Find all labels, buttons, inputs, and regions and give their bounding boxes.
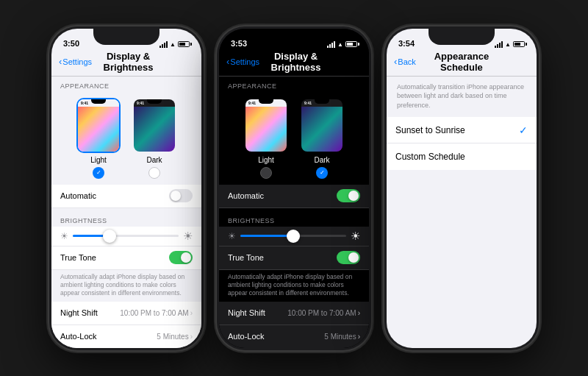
true-tone-toggle-1[interactable]: [169, 251, 193, 264]
true-tone-desc-2: Automatically adapt iPhone display based…: [219, 270, 369, 302]
brightness-track-2: [240, 235, 346, 237]
dark-label-1: Dark: [146, 156, 162, 164]
back-chevron-3: ‹: [394, 57, 397, 66]
auto-lock-label-2: Auto-Lock: [228, 332, 324, 341]
brightness-row-1[interactable]: ☀ ☀: [51, 227, 201, 246]
light-theme-option-1[interactable]: 9:41 Light ✓: [76, 98, 121, 179]
brightness-high-icon-2: ☀: [351, 230, 360, 243]
dark-check-2: ✓: [316, 167, 328, 179]
battery-icon-3: [513, 41, 525, 47]
light-label-2: Light: [258, 156, 274, 164]
brightness-low-icon-2: ☀: [228, 231, 236, 241]
sunset-label: Sunset to Sunrise: [395, 125, 519, 135]
brightness-low-icon-1: ☀: [60, 231, 68, 241]
screen-1: 3:50 ▲: [51, 29, 201, 348]
automatic-label-2: Automatic: [228, 191, 337, 200]
appearance-row-2: 9:41 Light 9:: [219, 92, 369, 185]
status-time-2: 3:53: [231, 39, 247, 48]
brightness-high-icon-1: ☀: [183, 230, 193, 243]
night-shift-row-1[interactable]: Night Shift 10:00 PM to 7:00 AM ›: [51, 302, 201, 325]
custom-schedule-option[interactable]: Custom Schedule: [387, 143, 537, 170]
notch-2: [261, 29, 327, 45]
dark-label-2: Dark: [314, 156, 329, 164]
signal-icon-3: [495, 41, 503, 48]
dark-preview-2: 9:41: [300, 98, 344, 153]
back-label-2: Settings: [230, 57, 259, 66]
auto-lock-row-2[interactable]: Auto-Lock 5 Minutes ›: [219, 325, 369, 348]
battery-icon-1: [178, 41, 190, 47]
nav-bar-3: ‹ Back Appearance Schedule: [387, 49, 537, 77]
automatic-label-1: Automatic: [60, 191, 169, 200]
night-shift-chevron-1: ›: [190, 309, 193, 317]
true-tone-row-2: True Tone: [219, 246, 369, 270]
back-chevron-1: ‹: [59, 57, 62, 66]
true-tone-row-1: True Tone: [51, 246, 201, 270]
nav-bar-1: ‹ Settings Display & Brightness: [51, 49, 201, 77]
auto-lock-row-1[interactable]: Auto-Lock 5 Minutes ›: [51, 325, 201, 348]
brightness-label-2: BRIGHTNESS: [219, 211, 369, 227]
phone-3: 3:54 ▲: [384, 26, 539, 350]
night-shift-label-1: Night Shift: [60, 308, 120, 317]
true-tone-label-1: True Tone: [60, 253, 169, 262]
nav-title-3: Appearance Schedule: [416, 51, 507, 73]
auto-lock-value-2: 5 Minutes: [324, 333, 356, 341]
automatic-toggle-2[interactable]: [337, 189, 360, 202]
night-shift-label-2: Night Shift: [228, 308, 287, 317]
true-tone-label-2: True Tone: [228, 253, 337, 262]
status-icons-1: ▲: [159, 41, 190, 48]
automatic-row-2: Automatic: [219, 185, 369, 208]
back-chevron-2: ‹: [226, 57, 229, 66]
status-time-1: 3:50: [63, 39, 79, 48]
automatic-toggle-1[interactable]: [169, 189, 193, 202]
night-shift-row-2[interactable]: Night Shift 10:00 PM to 7:00 AM ›: [219, 302, 369, 325]
automatic-row-1: Automatic: [51, 185, 201, 208]
back-button-2[interactable]: ‹ Settings: [226, 57, 259, 66]
sunset-checkmark: ✓: [519, 124, 528, 136]
night-shift-value-1: 10:00 PM to 7:00 AM: [120, 309, 188, 317]
back-button-1[interactable]: ‹ Settings: [59, 57, 92, 66]
phone-1: 3:50 ▲: [49, 26, 204, 350]
light-check-1: ✓: [93, 167, 104, 179]
dark-preview-1: 9:41: [132, 98, 176, 153]
notch-1: [93, 29, 159, 45]
wifi-icon-1: ▲: [170, 41, 176, 48]
back-button-3[interactable]: ‹ Back: [394, 57, 416, 66]
signal-icon-2: [327, 41, 335, 48]
back-label-3: Back: [398, 57, 415, 66]
phones-container: 3:50 ▲: [35, 12, 553, 365]
nav-title-1: Display & Brightness: [92, 51, 165, 73]
appearance-label-1: APPEARANCE: [51, 77, 201, 92]
wifi-icon-2: ▲: [337, 41, 343, 48]
light-check-2: [260, 167, 272, 179]
schedule-description: Automatically transition iPhone appearan…: [387, 77, 537, 118]
brightness-track-1: [73, 235, 179, 237]
true-tone-toggle-2[interactable]: [337, 251, 360, 264]
brightness-row-2[interactable]: ☀ ☀: [219, 227, 369, 246]
back-label-1: Settings: [62, 57, 92, 66]
night-shift-value-2: 10:00 PM to 7:00 AM: [287, 309, 356, 317]
brightness-label-1: BRIGHTNESS: [51, 211, 201, 227]
light-preview-1: 9:41: [76, 98, 121, 153]
light-theme-option-2[interactable]: 9:41 Light: [244, 98, 288, 179]
appearance-label-2: APPEARANCE: [219, 77, 369, 92]
dark-theme-option-2[interactable]: 9:41 Dark ✓: [300, 98, 344, 179]
auto-lock-value-1: 5 Minutes: [157, 333, 188, 341]
auto-lock-chevron-1: ›: [190, 333, 193, 341]
nav-title-2: Display & Brightness: [259, 51, 332, 73]
nav-bar-2: ‹ Settings Display & Brightness: [219, 49, 369, 77]
screen-3: 3:54 ▲: [387, 29, 537, 348]
dark-theme-option-1[interactable]: 9:41 Dark: [132, 98, 176, 179]
screen-2: 3:53 ▲: [219, 29, 369, 348]
battery-icon-2: [345, 41, 357, 47]
dark-check-1: [148, 167, 160, 179]
status-icons-2: ▲: [327, 41, 357, 48]
appearance-row-1: 9:41 Light ✓ 9: [51, 92, 201, 185]
night-shift-chevron-2: ›: [358, 309, 360, 317]
auto-lock-chevron-2: ›: [358, 333, 360, 341]
custom-schedule-label: Custom Schedule: [395, 152, 528, 162]
status-icons-3: ▲: [495, 41, 525, 48]
light-preview-2: 9:41: [244, 98, 288, 153]
wifi-icon-3: ▲: [505, 41, 511, 48]
sunset-option[interactable]: Sunset to Sunrise ✓: [387, 117, 537, 143]
auto-lock-label-1: Auto-Lock: [60, 332, 157, 341]
